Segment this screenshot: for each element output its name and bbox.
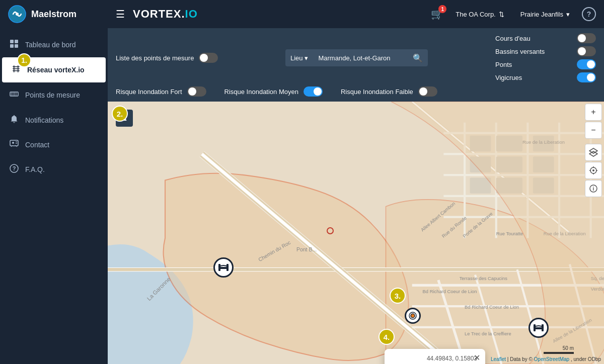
risque-fort-label: Risque Inondation Fort (116, 88, 182, 96)
svg-rect-52 (533, 177, 554, 193)
svg-rect-11 (10, 92, 18, 96)
ponts-row: Ponts (495, 59, 596, 69)
bridge-marker-1[interactable] (213, 257, 234, 278)
cart-button[interactable]: 🛒 1 (431, 8, 443, 20)
svg-text:La Garonne: La Garonne (146, 276, 172, 302)
map-controls-right: + − (583, 102, 604, 199)
sidebar-item-points-de-mesure[interactable]: Points de mesure (0, 82, 108, 108)
svg-text:i: i (593, 186, 594, 192)
svg-rect-80 (534, 324, 536, 331)
svg-text:?: ? (13, 165, 16, 171)
tooltip-close-button[interactable]: ✕ (474, 353, 480, 362)
liste-filter-group: Liste des points de mesure (116, 53, 218, 63)
right-filter-inline: Cours d'eau Bassins versants Ponts Vigic… (495, 33, 596, 82)
step-3-area: 3. (405, 308, 421, 324)
tooltip-coordinates: 44.49843, 0.15803 (393, 355, 477, 362)
sidebar-item-tableau-de-bord[interactable]: Tableau de bord (0, 32, 108, 57)
sidebar-item-notifications[interactable]: Notifications (0, 108, 108, 133)
org-selector[interactable]: The OA Corp. ⇅ (451, 9, 508, 20)
svg-point-77 (411, 314, 415, 318)
svg-rect-48 (496, 157, 522, 172)
empty-circle-marker[interactable] (327, 227, 334, 234)
org-name: The OA Corp. (456, 11, 495, 18)
svg-text:Bd Richard Coeur de Lion: Bd Richard Coeur de Lion (423, 289, 477, 294)
sidebar-item-label: F.A.Q. (25, 165, 45, 173)
topbar: ☰ VORTEX.IO 🛒 1 The OA Corp. ⇅ Prairie J… (108, 0, 604, 28)
zoom-out-button[interactable]: − (585, 122, 602, 139)
attribution-license: , under ODbp (571, 356, 601, 362)
sidebar-item-reseau-vortex[interactable]: 1. Réseau vorteX.io (2, 57, 106, 82)
liste-toggle[interactable] (199, 53, 218, 63)
attribution-text: | Data by © (507, 356, 534, 362)
svg-point-17 (12, 142, 14, 144)
svg-rect-2 (10, 40, 14, 43)
search-type-select[interactable]: Lieu ▾ (285, 49, 314, 66)
sidebar-nav: Tableau de bord 1. Réseau vorteX.io (0, 32, 108, 364)
risque-faible-toggle[interactable] (418, 86, 437, 97)
sensor-marker[interactable] (405, 308, 421, 324)
sidebar-item-faq[interactable]: ? F.A.Q. (0, 157, 108, 182)
svg-line-28 (412, 102, 570, 233)
search-input[interactable] (313, 49, 408, 66)
step-1-badge: 1. (17, 53, 31, 67)
info-button[interactable]: i (585, 180, 602, 197)
risque-moyen-group: Risque Inondation Moyen (224, 86, 323, 97)
svg-text:Porte de la Grave: Porte de la Grave (462, 211, 493, 239)
svg-rect-50 (470, 177, 491, 193)
bassins-toggle[interactable] (577, 46, 596, 56)
layers-button[interactable] (585, 144, 602, 161)
main-content: ☰ VORTEX.IO 🛒 1 The OA Corp. ⇅ Prairie J… (108, 0, 604, 364)
svg-text:Allee Albert Cambon: Allee Albert Cambon (420, 201, 457, 232)
search-type-label: Lieu (290, 54, 303, 62)
osm-link[interactable]: OpenStreetMap (534, 356, 570, 362)
cart-badge: 1 (438, 5, 446, 13)
sidebar: Maelstrom Tableau de bord 1. (0, 0, 108, 364)
sidebar-item-label: Notifications (25, 116, 63, 124)
risque-moyen-toggle[interactable] (304, 86, 323, 97)
svg-rect-81 (542, 324, 544, 331)
help-button[interactable]: ? (582, 7, 596, 21)
risque-moyen-label: Risque Inondation Moyen (224, 88, 298, 96)
vigicrues-row: Vigicrues (495, 72, 596, 82)
risque-fort-toggle[interactable] (187, 86, 206, 97)
risque-fort-group: Risque Inondation Fort (116, 86, 206, 97)
filter-bar: Liste des points de mesure Lieu ▾ 🔍 Cour… (108, 28, 604, 102)
cours-eau-label: Cours d'eau (495, 35, 531, 42)
sidebar-item-contact[interactable]: Contact (0, 133, 108, 157)
user-selector[interactable]: Prairie Jeanfils ▾ (516, 9, 574, 20)
svg-rect-44 (470, 136, 491, 151)
svg-rect-47 (470, 157, 491, 172)
svg-text:Verdun: Verdun (591, 286, 604, 292)
search-button[interactable]: 🔍 (408, 49, 428, 66)
leaflet-link[interactable]: Leaflet (491, 356, 506, 362)
vigicrues-toggle[interactable] (577, 72, 596, 82)
app-logo-text: VORTEX.IO (133, 8, 198, 21)
location-button[interactable] (585, 162, 602, 179)
svg-text:Rue Touratte: Rue Touratte (496, 231, 523, 236)
svg-line-58 (517, 269, 544, 364)
app-title: Maelstrom (31, 9, 77, 20)
svg-text:Pont B...: Pont B... (296, 247, 317, 252)
bell-icon (9, 115, 19, 126)
svg-point-1 (16, 13, 19, 16)
svg-text:Le Trec de la Creffiere: Le Trec de la Creffiere (465, 331, 511, 336)
bassins-label: Bassins versants (495, 48, 545, 55)
zoom-in-button[interactable]: + (585, 104, 602, 121)
svg-rect-46 (533, 136, 554, 151)
empty-marker-icon (327, 227, 334, 234)
svg-text:Allee de la Liberation: Allee de la Liberation (552, 317, 592, 344)
bassins-row: Bassins versants (495, 46, 596, 56)
svg-text:Sq. de...: Sq. de... (591, 276, 604, 281)
app-logo (8, 5, 26, 23)
svg-line-27 (412, 102, 570, 233)
menu-icon[interactable]: ☰ (116, 8, 125, 20)
risque-faible-group: Risque Inondation Faible (341, 86, 437, 97)
map-area[interactable]: Chemin du Roc Pont B... (108, 102, 604, 364)
ponts-toggle[interactable] (577, 59, 596, 69)
bridge-marker-2[interactable] (528, 318, 549, 338)
user-name: Prairie Jeanfils (520, 11, 563, 18)
filter-row-2: Risque Inondation Fort Risque Inondation… (116, 86, 596, 97)
cours-eau-toggle[interactable] (577, 33, 596, 43)
scale-bar (544, 352, 574, 354)
svg-point-85 (592, 169, 594, 171)
